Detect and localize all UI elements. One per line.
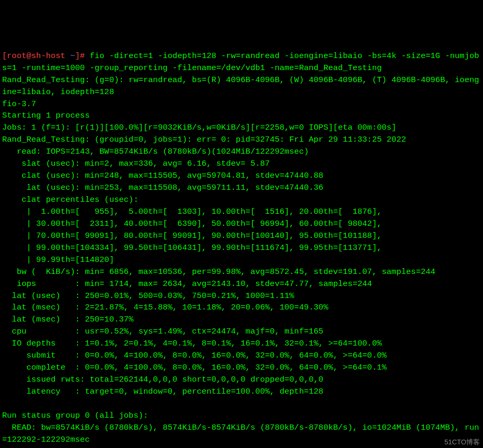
output-line: READ: bw=8574KiB/s (8780kB/s), 8574KiB/s… — [2, 423, 479, 444]
output-line: Rand_Read_Testing: (groupid=0, jobs=1): … — [2, 135, 406, 144]
watermark-text: 51CTO博客 — [444, 437, 480, 447]
output-line: lat (usec) : 250=0.01%, 500=0.03%, 750=0… — [2, 291, 294, 301]
output-line: Rand_Read_Testing: (g=0): rw=randread, b… — [2, 75, 479, 97]
output-line: Run status group 0 (all jobs): — [2, 411, 148, 420]
output-line: cpu : usr=0.52%, sys=1.49%, ctx=24474, m… — [2, 327, 323, 336]
output-line: submit : 0=0.0%, 4=100.0%, 8=0.0%, 16=0.… — [2, 351, 387, 360]
output-line: latency : target=0, window=0, percentile… — [2, 387, 323, 396]
output-line: lat (usec): min=253, max=115508, avg=597… — [2, 183, 323, 192]
output-line: Jobs: 1 (f=1): [r(1)][100.0%][r=9032KiB/… — [2, 123, 396, 132]
prompt-close: ]# — [75, 51, 90, 61]
output-line: IO depths : 1=0.1%, 2=0.1%, 4=0.1%, 8=0.… — [2, 339, 382, 348]
output-line: lat (msec) : 2=21.87%, 4=15.88%, 10=1.18… — [2, 303, 328, 312]
output-line: bw ( KiB/s): min= 6856, max=10536, per=9… — [2, 267, 435, 277]
prompt-path: ~ — [70, 51, 75, 61]
output-line: | 99.99th=[114820] — [2, 255, 114, 265]
output-line: clat percentiles (usec): — [2, 195, 138, 204]
output-line: | 70.00th=[ 99091], 80.00th=[ 99091], 90… — [2, 231, 382, 240]
output-line: lat (msec) : 250=10.37% — [2, 315, 133, 324]
output-line: | 99.00th=[104334], 99.50th=[106431], 99… — [2, 243, 382, 252]
output-line: | 30.00th=[ 2311], 40.00th=[ 6390], 50.0… — [2, 219, 382, 228]
output-line: clat (usec): min=248, max=115505, avg=59… — [2, 171, 323, 180]
output-line: slat (usec): min=2, max=336, avg= 6.16, … — [2, 159, 270, 168]
output-line: | 1.00th=[ 955], 5.00th=[ 1303], 10.00th… — [2, 207, 382, 216]
output-line: issued rwts: total=262144,0,0,0 short=0,… — [2, 375, 323, 384]
output-line: Starting 1 process — [2, 111, 89, 120]
prompt-user-host: [root@sh-host — [2, 51, 70, 61]
output-line: read: IOPS=2143, BW=8574KiB/s (8780kB/s)… — [2, 147, 309, 156]
output-line: iops : min= 1714, max= 2634, avg=2143.10… — [2, 279, 372, 289]
output-line: fio-3.7 — [2, 99, 36, 109]
output-line: complete : 0=0.0%, 4=100.0%, 8=0.0%, 16=… — [2, 363, 387, 372]
